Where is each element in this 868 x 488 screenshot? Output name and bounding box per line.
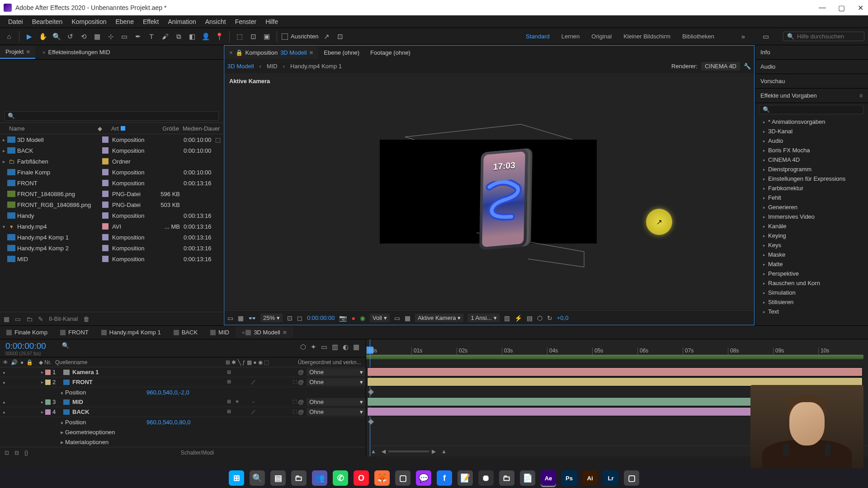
taskbar-editor-icon[interactable]: 📄: [520, 470, 535, 486]
panel-audio[interactable]: Audio: [755, 60, 868, 74]
current-time[interactable]: 0:00:00:00: [307, 314, 335, 321]
effect-category[interactable]: ▸Einstellungen für Expressions: [755, 174, 868, 183]
help-search-input[interactable]: [797, 33, 860, 40]
toggle-modes-icon[interactable]: ⊟: [14, 450, 19, 456]
panel-menu-icon[interactable]: ≡: [310, 49, 313, 56]
project-row[interactable]: ▸ 🗀 Farbflächen Ordner: [0, 156, 223, 167]
layer-property[interactable]: ▸Materialoptionen: [0, 437, 366, 447]
selection-tool-icon[interactable]: ▶: [24, 31, 35, 42]
project-search[interactable]: 🔍: [5, 111, 219, 121]
clone-tool-icon[interactable]: ⧉: [173, 31, 184, 42]
taskbar-teams-icon[interactable]: 👥: [312, 470, 327, 486]
col-duration[interactable]: Medien-Dauer: [179, 125, 223, 132]
comp-flow-icon[interactable]: ⬡: [537, 314, 542, 322]
local-axis-icon[interactable]: ⬚: [234, 31, 245, 42]
new-folder-icon[interactable]: 🗀: [26, 315, 33, 323]
project-row[interactable]: Handy.mp4 Komp 2 Komposition 0:00:13:16: [0, 243, 223, 253]
project-search-input[interactable]: [18, 113, 216, 119]
taskbar-ps-icon[interactable]: Ps: [561, 470, 577, 486]
layer-property[interactable]: ⬧Position960,0,540,0,80,0: [0, 417, 366, 427]
taskbar-opera-icon[interactable]: O: [354, 470, 369, 486]
snap-toggle[interactable]: Ausrichten: [282, 33, 318, 40]
adjust-icon[interactable]: ✎: [38, 315, 43, 323]
col-parent[interactable]: Übergeordnet und verkn...: [298, 359, 366, 366]
keyframe[interactable]: [368, 389, 374, 395]
menu-komposition[interactable]: Komposition: [67, 16, 111, 27]
close-icon[interactable]: ×: [242, 330, 245, 335]
workspace-reset-icon[interactable]: ▭: [760, 31, 771, 42]
taskbar-facebook-icon[interactable]: f: [437, 470, 452, 486]
effect-category[interactable]: ▸Stilisieren: [755, 297, 868, 307]
roi-icon[interactable]: ◻: [297, 314, 302, 322]
panel-preview[interactable]: Vorschau: [755, 74, 868, 89]
orbit-tool-icon[interactable]: ↺: [65, 31, 75, 42]
taskbar-lr-icon[interactable]: Lr: [603, 470, 618, 486]
menu-effekt[interactable]: Effekt: [138, 16, 164, 27]
menu-ansicht[interactable]: Ansicht: [201, 16, 231, 27]
col-name[interactable]: Name: [0, 125, 98, 132]
tab-project[interactable]: Projekt ≡: [0, 46, 35, 59]
keyframe[interactable]: [368, 419, 374, 425]
workspace-standard[interactable]: Standard: [526, 33, 550, 40]
effect-category[interactable]: ▸Kanäle: [755, 221, 868, 231]
effect-category[interactable]: ▸* Animationsvorgaben: [755, 117, 868, 127]
hide-shy-icon[interactable]: ▭: [321, 343, 327, 351]
effect-category[interactable]: ▸Fehlt: [755, 193, 868, 202]
effect-category[interactable]: ▸Simulation: [755, 288, 868, 297]
taskbar-app1-icon[interactable]: ▢: [395, 470, 410, 486]
world-axis-icon[interactable]: ⊡: [248, 31, 259, 42]
panel-info[interactable]: Info: [755, 45, 868, 60]
taskbar-app2-icon[interactable]: ▢: [624, 470, 639, 486]
effect-category[interactable]: ▸Matte: [755, 259, 868, 269]
workspace-bibliotheken[interactable]: Bibliotheken: [682, 33, 714, 40]
taskbar-folder-icon[interactable]: 🗀: [499, 470, 514, 486]
timeline-layers[interactable]: ▸ 1 Kamera 1 ⊞ @Ohne▾ ▸ 2 FRONT ⊞／⬚ @Ohn…: [0, 367, 366, 447]
tab-layer[interactable]: Ebene (ohne): [318, 47, 365, 59]
toggle-switches-icon[interactable]: ⊡: [5, 450, 9, 456]
new-comp-icon[interactable]: ▭: [15, 315, 21, 323]
layer-bar[interactable]: [367, 367, 863, 376]
camera-select[interactable]: Aktive Kamera▾: [415, 314, 464, 322]
composition-viewer[interactable]: Aktive Kamera 17:03: [225, 73, 754, 309]
resolution-icon[interactable]: ⊡: [287, 314, 292, 322]
interpret-footage-icon[interactable]: ▦: [4, 315, 9, 323]
effect-category[interactable]: ▸CINEMA 4D: [755, 155, 868, 164]
taskbar-firefox-icon[interactable]: 🦊: [374, 470, 390, 486]
menu-hilfe[interactable]: Hilfe: [261, 16, 283, 27]
resolution-select[interactable]: Voll▾: [370, 314, 390, 322]
zoom-in-icon[interactable]: ▲: [441, 448, 447, 455]
transparency-grid-icon[interactable]: ▦: [238, 314, 244, 322]
breadcrumb-item[interactable]: Handy.mp4 Komp 1: [290, 63, 342, 70]
timeline-timecode[interactable]: 0:00:00:00: [5, 341, 53, 351]
toggle-brackets-icon[interactable]: {}: [24, 450, 28, 456]
project-row[interactable]: FRONT Komposition 0:00:13:16: [0, 178, 223, 188]
workspace-kleiner bildschirm[interactable]: Kleiner Bildschirm: [623, 33, 670, 40]
type-tool-icon[interactable]: T: [146, 31, 157, 42]
motion-blur-icon[interactable]: ◐: [343, 343, 349, 351]
col-size[interactable]: Größe: [152, 125, 179, 132]
show-channel-icon[interactable]: ●: [351, 314, 355, 322]
switches-modes-toggle[interactable]: Schalter/Modi: [33, 450, 361, 456]
close-icon[interactable]: ×: [229, 49, 233, 56]
project-list[interactable]: ▸ 3D Modell Komposition 0:00:10:00 ⬚▸ BA…: [0, 134, 223, 312]
timeline-tab[interactable]: FRONT: [54, 327, 95, 338]
window-minimize-button[interactable]: —: [818, 4, 826, 12]
taskbar-obs-icon[interactable]: ⏺: [478, 470, 494, 486]
zoom-out-icon[interactable]: ▲: [371, 448, 376, 455]
timeline-tab[interactable]: BACK: [167, 327, 204, 338]
timeline-icon[interactable]: ▤: [527, 314, 533, 322]
zoom-select[interactable]: 25%▾: [260, 314, 283, 322]
close-icon[interactable]: ×: [42, 50, 45, 55]
reset-exposure-icon[interactable]: ↻: [547, 314, 552, 322]
puppet-tool-icon[interactable]: 📍: [214, 31, 225, 42]
menu-animation[interactable]: Animation: [163, 16, 200, 27]
zoom-tool-icon[interactable]: 🔍: [51, 31, 62, 42]
taskbar-search-icon[interactable]: 🔍: [250, 470, 265, 486]
effect-category[interactable]: ▸Keys: [755, 240, 868, 250]
help-search[interactable]: 🔍: [783, 32, 864, 41]
timeline-tab[interactable]: Handy.mp4 Komp 1: [95, 327, 167, 338]
taskbar-ae-icon[interactable]: Ae: [541, 470, 556, 486]
taskbar-notes-icon[interactable]: 📝: [458, 470, 473, 486]
shape-tool-icon[interactable]: ▭: [119, 31, 130, 42]
taskbar-explorer-icon[interactable]: 🗀: [291, 470, 307, 486]
